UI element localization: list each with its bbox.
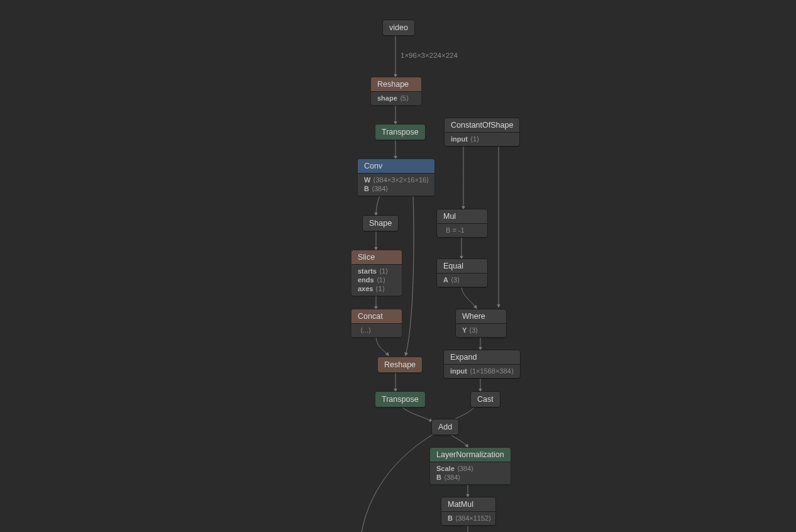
node-video[interactable]: video: [382, 19, 415, 36]
node-title: Expand: [444, 350, 520, 364]
node-title: ConstantOfShape: [445, 118, 519, 132]
node-body: B⟨384×1152⟩: [441, 511, 495, 525]
node-body: input⟨1×1568×384⟩: [444, 364, 520, 378]
node-title: Transpose: [375, 125, 425, 140]
node-constantofshape[interactable]: ConstantOfShape input⟨1⟩: [444, 118, 520, 147]
node-title: Shape: [363, 216, 398, 231]
node-body: Scale⟨384⟩ B⟨384⟩: [430, 462, 511, 484]
node-reshape-1[interactable]: Reshape shape⟨5⟩: [370, 77, 422, 106]
node-reshape-2[interactable]: Reshape: [377, 357, 423, 373]
node-concat[interactable]: Concat ⟨...⟩: [351, 309, 402, 338]
node-matmul[interactable]: MatMul B⟨384×1152⟩: [441, 497, 496, 526]
node-body: W⟨384×3×2×16×16⟩ B⟨384⟩: [358, 173, 434, 196]
node-title: Conv: [358, 159, 434, 173]
node-add[interactable]: Add: [431, 419, 459, 435]
node-body: starts⟨1⟩ ends⟨1⟩ axes⟨1⟩: [351, 264, 402, 296]
node-body: ⟨...⟩: [351, 323, 402, 337]
node-title: LayerNormalization: [430, 448, 511, 462]
node-title: Add: [432, 419, 458, 435]
node-title: Transpose: [375, 392, 425, 407]
node-title: video: [383, 20, 414, 35]
node-body: input⟨1⟩: [445, 132, 519, 146]
node-where[interactable]: Where Y⟨3⟩: [455, 309, 507, 338]
node-title: Slice: [351, 250, 402, 264]
node-title: Mul: [437, 209, 487, 223]
node-body: B = -1: [437, 223, 487, 237]
node-transpose-1[interactable]: Transpose: [375, 124, 426, 140]
node-title: Reshape: [378, 357, 422, 372]
node-title: Equal: [437, 259, 487, 273]
edge-label-video-reshape: 1×96×3×224×224: [401, 52, 458, 59]
node-transpose-2[interactable]: Transpose: [375, 391, 426, 407]
node-body: A⟨3⟩: [437, 273, 487, 287]
node-title: Cast: [471, 392, 500, 407]
node-title: Where: [456, 309, 506, 323]
node-slice[interactable]: Slice starts⟨1⟩ ends⟨1⟩ axes⟨1⟩: [351, 250, 402, 296]
node-body: Y⟨3⟩: [456, 323, 506, 337]
node-layernormalization[interactable]: LayerNormalization Scale⟨384⟩ B⟨384⟩: [429, 447, 511, 485]
node-body: shape⟨5⟩: [371, 91, 421, 105]
graph-canvas[interactable]: { "edge_labels": { "video_to_reshape": "…: [0, 0, 796, 532]
node-cast[interactable]: Cast: [470, 391, 500, 407]
node-expand[interactable]: Expand input⟨1×1568×384⟩: [443, 350, 521, 379]
node-shape[interactable]: Shape: [362, 215, 399, 231]
node-mul[interactable]: Mul B = -1: [436, 209, 488, 238]
node-conv[interactable]: Conv W⟨384×3×2×16×16⟩ B⟨384⟩: [357, 158, 435, 196]
node-title: MatMul: [441, 497, 495, 511]
node-title: Reshape: [371, 77, 421, 91]
node-equal[interactable]: Equal A⟨3⟩: [436, 258, 488, 287]
node-title: Concat: [351, 309, 402, 323]
